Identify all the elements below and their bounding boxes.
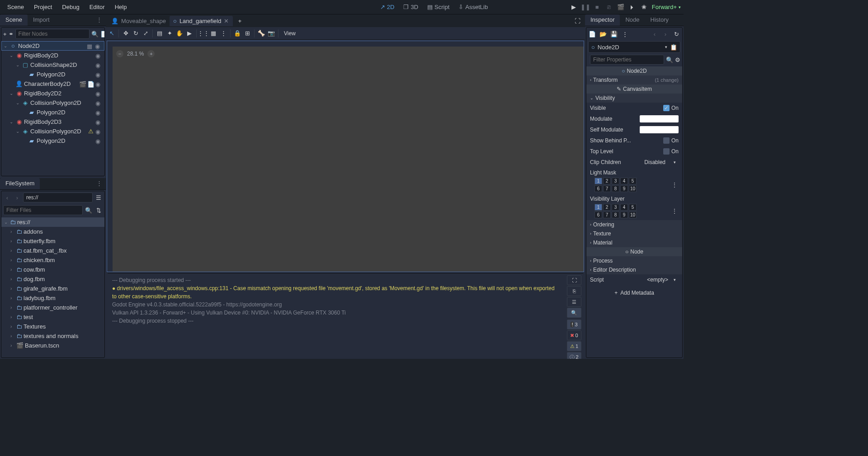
group-editor-description[interactable]: ›Editor Description bbox=[586, 265, 682, 274]
snap-smart-icon[interactable]: ⋮⋮ bbox=[199, 29, 208, 38]
modulate-color-picker[interactable] bbox=[640, 115, 679, 122]
light-mask-more-icon[interactable]: ⋮ bbox=[670, 181, 679, 189]
fs-item-butterfly-fbm[interactable]: ›🗀butterfly.fbm bbox=[1, 236, 104, 246]
fs-filter-input[interactable] bbox=[3, 205, 83, 215]
group-transform[interactable]: ›Transform(1 change) bbox=[586, 75, 682, 85]
menu-scene[interactable]: Scene bbox=[3, 2, 28, 12]
menu-debug[interactable]: Debug bbox=[57, 2, 84, 12]
expand-output-button[interactable]: ⛶ bbox=[567, 275, 581, 285]
layer-cell-7[interactable]: 7 bbox=[603, 212, 611, 218]
fs-tree[interactable]: ⌄🗀res://›🗀addons›🗀butterfly.fbm›🗀cat.fbm… bbox=[1, 216, 104, 357]
layer-cell-3[interactable]: 3 bbox=[612, 178, 619, 184]
fs-item-chicken-fbm[interactable]: ›🗀chicken.fbm bbox=[1, 255, 104, 265]
rotate-tool[interactable]: ↻ bbox=[132, 29, 140, 38]
doc-link-icon[interactable]: 📋 bbox=[670, 44, 677, 51]
search-output-button[interactable]: 🔍 bbox=[567, 308, 581, 318]
pivot-tool[interactable]: ✦ bbox=[165, 29, 174, 38]
play-scene-button[interactable]: ⏵ bbox=[628, 3, 637, 11]
scene-node-collisionpolygon2d[interactable]: ⌄◈CollisionPolygon2D◉ bbox=[1, 98, 104, 108]
fs-item-dog-fbm[interactable]: ›🗀dog.fbm bbox=[1, 274, 104, 284]
menu-editor[interactable]: Editor bbox=[85, 2, 109, 12]
top-level-checkbox[interactable] bbox=[663, 148, 670, 155]
renderer-selector[interactable]: Forward+▾ bbox=[652, 4, 681, 10]
fs-item-res---[interactable]: ⌄🗀res:// bbox=[1, 217, 104, 227]
scene-node-rigidbody2d2[interactable]: ⌄◉RigidBody2D2◉ bbox=[1, 89, 104, 98]
menu-project[interactable]: Project bbox=[29, 2, 57, 12]
layer-cell-4[interactable]: 4 bbox=[620, 178, 628, 184]
clip-children-dropdown[interactable]: Disabled▾ bbox=[632, 158, 679, 166]
group-icon[interactable]: ⊞ bbox=[243, 29, 251, 38]
workspace-3d[interactable]: ❐3D bbox=[400, 2, 422, 12]
fs-sort-icon[interactable]: ⇅ bbox=[94, 206, 103, 214]
inspector-filter-input[interactable] bbox=[590, 55, 664, 65]
tab-history[interactable]: History bbox=[645, 14, 674, 26]
tab-scene[interactable]: Scene bbox=[0, 14, 28, 26]
movie-maker-icon[interactable]: 🎬 bbox=[617, 3, 625, 11]
scene-filter-input[interactable] bbox=[15, 29, 90, 39]
tab-filesystem[interactable]: FileSystem bbox=[0, 178, 40, 189]
view-menu-button[interactable]: View bbox=[281, 29, 298, 38]
play-button[interactable]: ▶ bbox=[570, 3, 578, 11]
skeleton-icon[interactable]: 🦴 bbox=[257, 29, 265, 38]
layer-cell-9[interactable]: 9 bbox=[620, 185, 628, 192]
layer-cell-4[interactable]: 4 bbox=[620, 204, 628, 211]
layer-cell-6[interactable]: 6 bbox=[594, 212, 602, 218]
tab-node[interactable]: Node bbox=[620, 14, 645, 26]
history-back-button[interactable]: ‹ bbox=[651, 30, 659, 38]
warning-count-badge[interactable]: ⚠1 bbox=[567, 341, 581, 351]
add-scene-tab-button[interactable]: + bbox=[236, 17, 244, 25]
inspector-more-icon[interactable]: ⋮ bbox=[621, 30, 629, 38]
visible-checkbox[interactable]: ✓ bbox=[663, 105, 670, 111]
fs-dock-options-icon[interactable]: ⋮ bbox=[93, 178, 106, 189]
visibility-layer-grid[interactable]: 12345678910 bbox=[594, 204, 637, 218]
layer-cell-6[interactable]: 6 bbox=[594, 185, 602, 192]
group-visibility[interactable]: ⌄Visibility bbox=[586, 94, 682, 103]
tab-import[interactable]: Import bbox=[28, 14, 55, 26]
scene-node-collisionshape2d[interactable]: ⌄▢CollisionShape2D◉ bbox=[1, 60, 104, 70]
scene-tree[interactable]: ⌄○Node2D▦◉⌄◉RigidBody2D◉⌄▢CollisionShape… bbox=[1, 40, 104, 146]
inspector-node-selector[interactable]: ○ Node2D ▾ 📋 bbox=[588, 41, 680, 53]
layer-cell-5[interactable]: 5 bbox=[629, 178, 637, 184]
layer-cell-8[interactable]: 8 bbox=[612, 212, 619, 218]
layer-cell-10[interactable]: 10 bbox=[629, 185, 637, 192]
info-count-badge[interactable]: ⓘ2 bbox=[567, 352, 581, 359]
fs-split-button[interactable]: ☰ bbox=[94, 193, 103, 202]
scene-node-polygon2d[interactable]: ▰Polygon2D◉ bbox=[1, 136, 104, 146]
fs-item-cow-fbm[interactable]: ›🗀cow.fbm bbox=[1, 265, 104, 274]
layer-cell-8[interactable]: 8 bbox=[612, 185, 619, 192]
fs-item-ladybug-fbm[interactable]: ›🗀ladybug.fbm bbox=[1, 293, 104, 303]
class-header-node2d[interactable]: ○Node2D bbox=[586, 66, 682, 75]
scene-node-node2d[interactable]: ⌄○Node2D▦◉ bbox=[1, 41, 104, 51]
add-node-button[interactable]: + bbox=[3, 30, 7, 38]
layer-cell-9[interactable]: 9 bbox=[620, 212, 628, 218]
fs-item-textures[interactable]: ›🗀Textures bbox=[1, 322, 104, 331]
layer-cell-10[interactable]: 10 bbox=[629, 212, 637, 218]
group-material[interactable]: ›Material bbox=[586, 238, 682, 247]
new-resource-button[interactable]: 📄 bbox=[588, 30, 596, 38]
scene-node-rigidbody2d3[interactable]: ⌄◉RigidBody2D3◉ bbox=[1, 117, 104, 127]
fs-item-textures-and-normals[interactable]: ›🗀textures and normals bbox=[1, 331, 104, 341]
layer-cell-5[interactable]: 5 bbox=[629, 204, 637, 211]
layer-cell-3[interactable]: 3 bbox=[612, 204, 619, 211]
fs-forward-button[interactable]: › bbox=[13, 193, 21, 202]
script-dropdown[interactable]: <empty>▾ bbox=[632, 276, 679, 284]
layer-cell-2[interactable]: 2 bbox=[603, 204, 611, 211]
inspector-settings-icon[interactable]: ⚙ bbox=[675, 56, 680, 64]
add-metadata-button[interactable]: +Add Metadata bbox=[586, 288, 682, 298]
fs-item-cat-fbm-cat--fbx[interactable]: ›🗀cat.fbm_cat_.fbx bbox=[1, 246, 104, 255]
light-mask-grid[interactable]: 12345678910 bbox=[594, 178, 637, 192]
dock-options-icon[interactable]: ⋮ bbox=[93, 14, 106, 26]
fs-back-button[interactable]: ‹ bbox=[3, 193, 11, 202]
zoom-out-button[interactable]: − bbox=[116, 50, 123, 57]
critical-count-badge[interactable]: !3 bbox=[567, 320, 581, 329]
layer-cell-2[interactable]: 2 bbox=[603, 178, 611, 184]
load-resource-button[interactable]: 📂 bbox=[599, 30, 607, 38]
snap-grid-icon[interactable]: ▦ bbox=[209, 29, 217, 38]
lock-icon[interactable]: 🔒 bbox=[233, 29, 241, 38]
collapse-output-button[interactable]: ☰ bbox=[567, 297, 581, 307]
error-count-badge[interactable]: ✖0 bbox=[567, 330, 581, 340]
workspace-2d[interactable]: ↗2D bbox=[377, 2, 398, 12]
scene-tab-land-gamefield[interactable]: ○ Land_gamefield ✕ bbox=[170, 16, 233, 26]
workspace-assetlib[interactable]: ⇩AssetLib bbox=[455, 2, 491, 12]
docs-button[interactable]: ↻ bbox=[672, 30, 680, 38]
